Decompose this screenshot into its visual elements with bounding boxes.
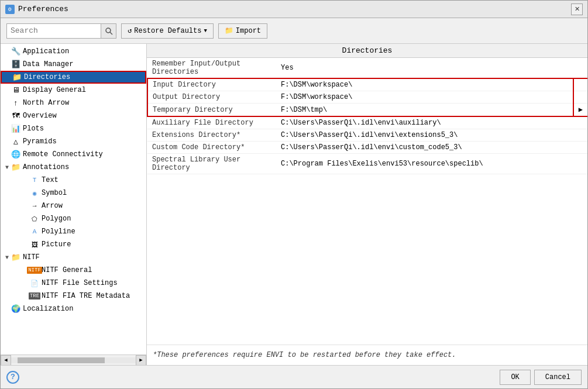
scroll-thumb <box>18 357 105 363</box>
toggle-application <box>3 47 11 56</box>
sidebar-scrollbar: ◀ ▶ <box>1 354 146 365</box>
plots-icon: 📊 <box>11 124 20 133</box>
sidebar-label-text: Text <box>42 176 59 184</box>
toggle-localization <box>3 305 11 313</box>
sidebar-item-arrow[interactable]: → Arrow <box>1 199 146 212</box>
table-row-custom-code[interactable]: Custom Code Directory* C:\Users\PasserQi… <box>147 142 587 154</box>
north-arrow-icon: ↑ <box>11 98 20 108</box>
preferences-window: ⚙ Preferences ✕ ↺ Restore Defaults ▼ 📁 I… <box>0 0 588 389</box>
content-area: Directories Remember Input/Output Direct… <box>147 44 587 365</box>
sidebar-item-plots[interactable]: 📊 Plots <box>1 122 146 135</box>
toggle-display-general <box>3 86 11 94</box>
toggle-text <box>22 176 30 184</box>
table-row-input[interactable]: Input Directory F:\DSM\workspace\ <box>147 78 587 91</box>
cell-temporary-value: F:\DSM\tmp\ <box>276 104 573 117</box>
cell-custom-code-label: Custom Code Directory* <box>147 142 276 154</box>
sidebar-item-directories[interactable]: 📁 Directories <box>1 71 146 84</box>
sidebar-item-picture[interactable]: 🖼 Picture <box>1 238 146 251</box>
sidebar-item-localization[interactable]: 🌍 Localization <box>1 302 146 315</box>
dropdown-arrow-icon: ▼ <box>204 28 207 34</box>
polyline-icon: A <box>30 227 39 236</box>
sidebar-label-pyramids: Pyramids <box>23 137 57 146</box>
toggle-symbol <box>22 189 30 197</box>
cell-temporary-arrow: ▶ <box>573 104 587 117</box>
search-input[interactable] <box>7 24 101 38</box>
scroll-right-button[interactable]: ▶ <box>136 355 146 366</box>
annotations-icon: 📁 <box>11 163 20 172</box>
sidebar-label-directories: Directories <box>24 73 70 81</box>
sidebar-label-polygon: Polygon <box>42 215 71 223</box>
sidebar-item-display-general[interactable]: 🖥 Display General <box>1 84 146 97</box>
scroll-track <box>11 357 136 363</box>
scroll-left-button[interactable]: ◀ <box>1 355 11 366</box>
ok-button[interactable]: OK <box>500 370 530 385</box>
title-bar: ⚙ Preferences ✕ <box>1 1 587 18</box>
sidebar-item-overview[interactable]: 🗺 Overview <box>1 109 146 122</box>
cell-input-arrow <box>573 78 587 91</box>
dir-table-element: Remember Input/Output Directories Yes In… <box>147 58 587 174</box>
cell-auxiliary-value: C:\Users\PasserQi\.idl\envi\auxiliary\ <box>276 116 573 129</box>
cell-extensions-arrow <box>573 129 587 142</box>
toggle-annotations: ▼ <box>3 163 11 171</box>
sidebar-item-nitf[interactable]: ▼ 📁 NITF <box>1 251 146 264</box>
table-row-temporary[interactable]: Temporary Directory F:\DSM\tmp\ ▶ <box>147 104 587 117</box>
bottom-bar: ? OK Cancel <box>1 365 587 388</box>
table-row-spectral-library[interactable]: Spectral Library User Directory C:\Progr… <box>147 154 587 174</box>
cell-remember-value: Yes <box>276 58 573 78</box>
polygon-icon: ⬠ <box>30 214 39 223</box>
sidebar-item-application[interactable]: 🔧 Application <box>1 45 146 58</box>
sidebar-item-data-manager[interactable]: 🗄️ Data Manager <box>1 58 146 71</box>
directories-icon: 📁 <box>12 73 22 82</box>
toggle-polygon <box>22 215 30 223</box>
cell-input-value: F:\DSM\workspace\ <box>276 78 573 91</box>
restore-label: Restore Defaults <box>134 27 201 35</box>
svg-line-1 <box>110 32 112 35</box>
nitf-icon: 📁 <box>11 253 20 262</box>
sidebar-label-remote-connectivity: Remote Connectivity <box>23 150 103 159</box>
table-row-extensions[interactable]: Extensions Directory* C:\Users\PasserQi\… <box>147 129 587 142</box>
cell-input-label: Input Directory <box>147 78 276 91</box>
cell-spectral-library-label: Spectral Library User Directory <box>147 154 276 174</box>
toggle-data-manager <box>3 60 11 68</box>
sidebar-label-arrow: Arrow <box>42 202 63 210</box>
sidebar-label-application: Application <box>23 47 69 56</box>
sidebar-item-symbol[interactable]: ◉ Symbol <box>1 187 146 199</box>
sidebar-item-pyramids[interactable]: △ Pyramids <box>1 135 146 148</box>
import-button[interactable]: 📁 Import <box>218 23 267 39</box>
close-button[interactable]: ✕ <box>571 4 583 15</box>
sidebar-item-annotations[interactable]: ▼ 📁 Annotations <box>1 161 146 174</box>
restore-defaults-button[interactable]: ↺ Restore Defaults ▼ <box>121 23 214 39</box>
dir-table-body: Remember Input/Output Directories Yes In… <box>147 58 587 174</box>
overview-icon: 🗺 <box>11 111 20 121</box>
sidebar-label-localization: Localization <box>23 305 73 313</box>
sidebar-item-nitf-fia-tre[interactable]: TRE NITF FIA TRE Metadata <box>1 290 146 302</box>
toggle-north-arrow <box>3 99 11 107</box>
table-row-auxiliary[interactable]: Auxiliary File Directory C:\Users\Passer… <box>147 116 587 129</box>
sidebar-label-plots: Plots <box>23 125 44 133</box>
application-icon: 🔧 <box>11 47 20 56</box>
toggle-overview <box>3 112 11 120</box>
sidebar-item-remote-connectivity[interactable]: 🌐 Remote Connectivity <box>1 148 146 161</box>
title-bar-left: ⚙ Preferences <box>5 5 68 14</box>
search-button[interactable] <box>101 24 116 38</box>
sidebar-item-polygon[interactable]: ⬠ Polygon <box>1 212 146 225</box>
sidebar-item-polyline[interactable]: A Polyline <box>1 225 146 238</box>
toggle-nitf-file-settings <box>22 279 30 287</box>
toggle-picture <box>22 240 30 249</box>
toggle-polyline <box>22 228 30 236</box>
import-icon: 📁 <box>225 26 233 35</box>
toolbar: ↺ Restore Defaults ▼ 📁 Import <box>1 18 587 44</box>
toggle-directories <box>4 73 12 81</box>
cell-auxiliary-label: Auxiliary File Directory <box>147 116 276 129</box>
sidebar-label-annotations: Annotations <box>23 163 69 171</box>
sidebar-item-text[interactable]: T Text <box>1 174 146 187</box>
toggle-arrow <box>22 202 30 210</box>
cancel-button[interactable]: Cancel <box>534 370 582 385</box>
table-row-output[interactable]: Output Directory F:\DSM\workspace\ <box>147 91 587 104</box>
sidebar-item-north-arrow[interactable]: ↑ North Arrow <box>1 97 146 109</box>
cell-auxiliary-arrow <box>573 116 587 129</box>
help-button[interactable]: ? <box>6 371 19 384</box>
nitf-fia-tre-icon: TRE <box>30 291 39 301</box>
sidebar-item-nitf-general[interactable]: NITF NITF General <box>1 264 146 277</box>
sidebar-item-nitf-file-settings[interactable]: 📄 NITF File Settings <box>1 277 146 290</box>
